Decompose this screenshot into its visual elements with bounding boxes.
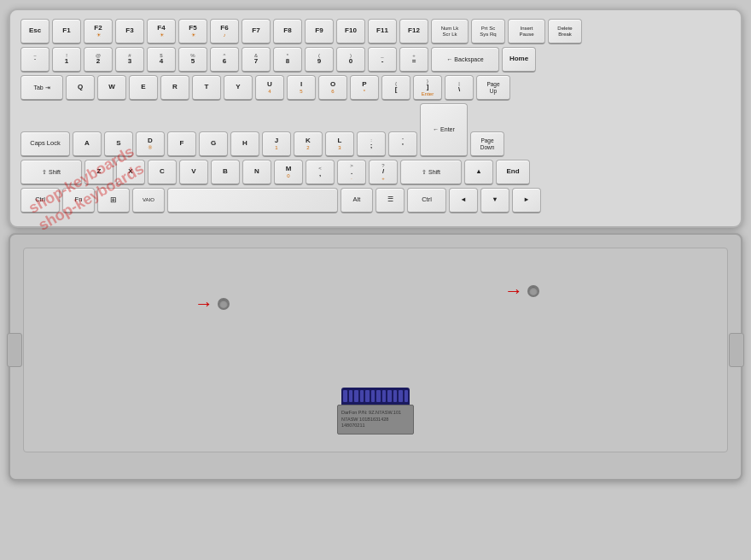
key-pagedown[interactable]: PageDown — [470, 131, 504, 157]
connector-pins — [341, 388, 410, 405]
key-up[interactable]: ▲ — [464, 160, 493, 185]
arrow-right: → — [504, 280, 523, 302]
zxcv-row: ⇧ Shift Z X C V B N M0 <, >.. ?/+ ⇧ Shif… — [20, 160, 731, 185]
key-insert[interactable]: InsertPause — [508, 19, 545, 44]
key-f9[interactable]: F9 — [305, 19, 334, 44]
key-f2[interactable]: F2☀ — [84, 19, 113, 44]
key-numlk[interactable]: Num LkScr Lk — [431, 19, 469, 44]
key-lshift[interactable]: ⇧ Shift — [20, 160, 82, 185]
key-rshift[interactable]: ⇧ Shift — [400, 160, 462, 185]
key-k[interactable]: K2 — [294, 131, 323, 157]
key-slash[interactable]: ?/+ — [369, 160, 398, 185]
screw-right — [527, 285, 539, 297]
key-f4[interactable]: F4☀ — [147, 19, 176, 44]
key-f7[interactable]: F7 — [242, 19, 271, 44]
keyboard-back: → → DarFon — [9, 233, 742, 481]
key-pageup[interactable]: PageUp — [476, 75, 510, 101]
key-home[interactable]: Home — [502, 47, 536, 73]
key-j[interactable]: J1 — [262, 131, 291, 157]
right-mounting-tab — [729, 333, 744, 367]
key-rctrl[interactable]: Ctrl — [407, 188, 446, 213]
key-backspace[interactable]: ← Backspace — [431, 47, 499, 73]
key-comma[interactable]: <, — [306, 160, 335, 185]
key-delete[interactable]: DeleteBreak — [548, 19, 582, 44]
key-0[interactable]: )0 — [336, 47, 365, 73]
key-capslock[interactable]: Caps Lock — [20, 131, 70, 157]
key-minus[interactable]: _- — [368, 47, 397, 73]
key-equals[interactable]: += — [399, 47, 428, 73]
key-q[interactable]: Q — [66, 75, 95, 101]
key-fn[interactable]: Fn — [62, 188, 95, 213]
key-g[interactable]: G — [199, 131, 228, 157]
keyboard-back-panel: → → DarFon — [23, 248, 728, 452]
key-period[interactable]: >.. — [337, 160, 366, 185]
key-t[interactable]: T — [192, 75, 221, 101]
key-a[interactable]: A — [73, 131, 102, 157]
key-left[interactable]: ◄ — [449, 188, 478, 213]
key-f[interactable]: F — [167, 131, 196, 157]
key-f10[interactable]: F10 — [336, 19, 365, 44]
key-y[interactable]: Y — [224, 75, 253, 101]
key-n[interactable]: N — [242, 160, 271, 185]
key-sony[interactable]: VAIO — [132, 188, 165, 213]
keyboard-front: Esc F1 F2☀ F3 F4☀ F5☀ F6♪ F7 F8 F9 F10 F… — [9, 9, 742, 228]
qwerty-row: Tab ⇥ Q W E R T Y U4 I5 O6 P* {[ }]Enter… — [20, 75, 731, 101]
key-backslash[interactable]: |\ — [445, 75, 474, 101]
key-2[interactable]: @2 — [84, 47, 113, 73]
key-space[interactable] — [167, 188, 338, 213]
key-u[interactable]: U4 — [255, 75, 284, 101]
key-right[interactable]: ► — [512, 188, 541, 213]
key-b[interactable]: B — [211, 160, 240, 185]
key-prtsc[interactable]: Prt ScSys Rq — [471, 19, 505, 44]
key-4[interactable]: $4 — [147, 47, 176, 73]
key-c[interactable]: C — [148, 160, 177, 185]
key-f1[interactable]: F1 — [52, 19, 81, 44]
key-tab[interactable]: Tab ⇥ — [20, 75, 63, 101]
key-f5[interactable]: F5☀ — [178, 19, 207, 44]
key-x[interactable]: X — [116, 160, 145, 185]
key-z[interactable]: Z — [84, 160, 114, 185]
key-down[interactable]: ▼ — [480, 188, 509, 213]
connector-label: DarFon P/N: 9Z.N7ASW.101 N7ASW 101B16314… — [337, 405, 414, 435]
key-alt[interactable]: Alt — [341, 188, 373, 213]
key-rbracket[interactable]: }]Enter — [413, 75, 442, 101]
key-r[interactable]: R — [160, 75, 189, 101]
key-7[interactable]: &7 — [242, 47, 271, 73]
key-f6[interactable]: F6♪ — [210, 19, 239, 44]
key-semicolon[interactable]: :; — [357, 131, 386, 157]
key-esc[interactable]: Esc — [20, 19, 49, 44]
key-end[interactable]: End — [496, 160, 530, 185]
key-quote[interactable]: "' — [388, 131, 417, 157]
key-d[interactable]: D® — [136, 131, 165, 157]
key-w[interactable]: W — [97, 75, 126, 101]
key-1[interactable]: !1 — [52, 47, 81, 73]
key-3[interactable]: #3 — [115, 47, 144, 73]
key-win[interactable]: ⊞ — [97, 188, 130, 213]
key-f12[interactable]: F12 — [399, 19, 428, 44]
key-8[interactable]: *8 — [273, 47, 302, 73]
key-f8[interactable]: F8 — [273, 19, 302, 44]
ribbon-connector: DarFon P/N: 9Z.N7ASW.101 N7ASW 101B16314… — [337, 388, 414, 435]
key-h[interactable]: H — [230, 131, 259, 157]
screw-indicator-right: → — [504, 280, 539, 302]
key-s[interactable]: S — [104, 131, 133, 157]
key-lctrl[interactable]: Ctrl — [20, 188, 60, 213]
key-f11[interactable]: F11 — [368, 19, 397, 44]
key-lbracket[interactable]: {[ — [381, 75, 410, 101]
left-mounting-tab — [7, 333, 22, 367]
key-l[interactable]: L3 — [325, 131, 354, 157]
key-6[interactable]: ^6 — [210, 47, 239, 73]
bottom-row: Ctrl Fn ⊞ VAIO Alt ☰ Ctrl ◄ ▼ ► — [20, 188, 731, 213]
key-i[interactable]: I5 — [287, 75, 316, 101]
key-9[interactable]: (9 — [305, 47, 334, 73]
key-menu[interactable]: ☰ — [376, 188, 405, 213]
key-p[interactable]: P* — [350, 75, 379, 101]
key-backtick[interactable]: ~` — [20, 47, 49, 73]
key-5[interactable]: %5 — [178, 47, 207, 73]
key-m[interactable]: M0 — [274, 160, 303, 185]
key-v[interactable]: V — [179, 160, 208, 185]
key-o[interactable]: O6 — [318, 75, 347, 101]
key-f3[interactable]: F3 — [115, 19, 144, 44]
key-enter[interactable]: ← Enter — [420, 103, 468, 157]
key-e[interactable]: E — [129, 75, 158, 101]
